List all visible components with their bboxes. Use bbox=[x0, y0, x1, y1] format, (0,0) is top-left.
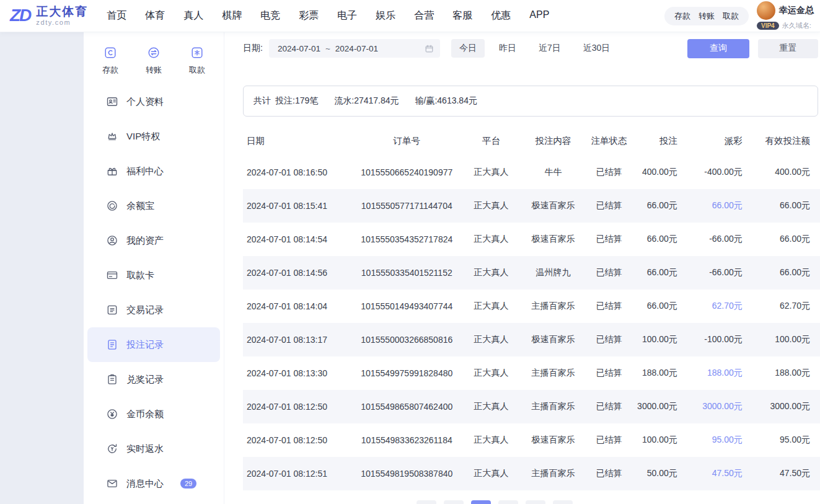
table-row[interactable]: 2024-07-01 08:14:541015550354352717824正大… bbox=[243, 223, 820, 256]
range-button[interactable]: 昨日 bbox=[491, 39, 524, 58]
sidebar-item[interactable]: 兑奖记录 bbox=[87, 362, 220, 397]
sidebar-item[interactable]: 余额宝 bbox=[87, 188, 220, 223]
sidebar-item-label: 个人资料 bbox=[126, 96, 164, 108]
table-row[interactable]: 2024-07-01 08:14:041015550149493407744正大… bbox=[243, 290, 820, 323]
cell-valid: 47.50元 bbox=[755, 457, 820, 490]
page-button[interactable]: › bbox=[553, 500, 573, 504]
summary-total-label: 共计 bbox=[253, 95, 271, 105]
sidebar-item[interactable]: VIP特权 bbox=[87, 119, 220, 154]
cell-platform: 正大真人 bbox=[460, 290, 522, 323]
user-block[interactable]: 幸运金总 VIP4 永久域名: bbox=[757, 1, 814, 30]
cell-platform: 正大真人 bbox=[460, 189, 522, 223]
cell-bet: 400.00元 bbox=[634, 156, 690, 189]
sidebar-menu: 个人资料VIP特权福利中心余额宝我的资产取款卡交易记录投注记录兑奖记录金币余额实… bbox=[84, 84, 224, 501]
summary-bar: 共计投注:179笔流水:27417.84元输/赢:4613.84元 bbox=[243, 86, 818, 117]
message-icon bbox=[106, 477, 118, 490]
cell-platform: 正大真人 bbox=[460, 356, 522, 390]
table-row[interactable]: 2024-07-01 08:14:561015550335401521152正大… bbox=[243, 256, 820, 290]
cell-bet: 100.00元 bbox=[634, 423, 690, 457]
cell-content: 极速百家乐 bbox=[522, 323, 584, 356]
sidebar-item[interactable]: 投注记录 bbox=[87, 327, 220, 362]
cell-order: 1015550665240190977 bbox=[353, 156, 460, 189]
header-quick-link[interactable]: 取款 bbox=[723, 11, 739, 22]
table-row[interactable]: 2024-07-01 08:13:171015550003266850816正大… bbox=[243, 323, 820, 356]
bet-records-table: 日期订单号平台投注内容注单状态投注派彩有效投注额 2024-07-01 08:1… bbox=[243, 125, 820, 490]
query-button[interactable]: 查询 bbox=[687, 39, 749, 58]
header-quick-link[interactable]: 转账 bbox=[699, 11, 715, 22]
nav-item[interactable]: 真人 bbox=[183, 9, 203, 22]
cell-date: 2024-07-01 08:15:41 bbox=[243, 189, 353, 223]
cell-order: 1015549865807462400 bbox=[353, 390, 460, 423]
cell-status: 已结算 bbox=[584, 457, 634, 490]
cell-platform: 正大真人 bbox=[460, 156, 522, 189]
cell-status: 已结算 bbox=[584, 323, 634, 356]
quick-action[interactable]: 取款 bbox=[189, 46, 205, 76]
unread-badge: 29 bbox=[180, 479, 196, 489]
cell-date: 2024-07-01 08:14:54 bbox=[243, 223, 353, 256]
quick-action[interactable]: 存款 bbox=[102, 46, 118, 76]
cell-status: 已结算 bbox=[584, 256, 634, 290]
page-button[interactable]: 4 bbox=[526, 500, 545, 504]
cell-valid: 100.00元 bbox=[755, 323, 820, 356]
brand[interactable]: ZD 正大体育 zdty.com bbox=[10, 6, 88, 26]
sidebar-item[interactable]: 我的资产 bbox=[87, 223, 220, 258]
table-row[interactable]: 2024-07-01 08:12:511015549819508387840正大… bbox=[243, 457, 820, 490]
cell-platform: 正大真人 bbox=[460, 256, 522, 290]
quick-action[interactable]: 转账 bbox=[146, 46, 162, 76]
table-row[interactable]: 2024-07-01 08:15:411015550577171144704正大… bbox=[243, 189, 820, 223]
cell-status: 已结算 bbox=[584, 356, 634, 390]
avatar[interactable] bbox=[757, 1, 775, 20]
sidebar-item[interactable]: 消息中心29 bbox=[87, 466, 220, 501]
nav-item[interactable]: 优惠 bbox=[491, 9, 511, 22]
reset-button[interactable]: 重置 bbox=[758, 39, 818, 58]
cell-platform: 正大真人 bbox=[460, 457, 522, 490]
sidebar-item[interactable]: 金币余额 bbox=[87, 397, 220, 431]
nav-item[interactable]: 棋牌 bbox=[222, 9, 242, 22]
cell-payout: 3000.00元 bbox=[690, 390, 755, 423]
nav-item[interactable]: 娱乐 bbox=[376, 9, 395, 22]
cell-payout: -66.00元 bbox=[690, 223, 755, 256]
sidebar-item-label: 取款卡 bbox=[126, 270, 154, 281]
column-header: 投注内容 bbox=[522, 125, 584, 156]
nav-item[interactable]: APP bbox=[529, 9, 549, 22]
nav-item[interactable]: 首页 bbox=[107, 9, 126, 22]
sidebar-item[interactable]: 交易记录 bbox=[87, 293, 220, 327]
table-row[interactable]: 2024-07-01 08:16:501015550665240190977正大… bbox=[243, 156, 820, 189]
nav-item[interactable]: 客服 bbox=[452, 9, 472, 22]
nav-item[interactable]: 彩票 bbox=[299, 9, 319, 22]
cell-order: 1015549975991828480 bbox=[353, 356, 460, 390]
calendar-icon bbox=[425, 44, 434, 53]
table-row[interactable]: 2024-07-01 08:12:501015549833623261184正大… bbox=[243, 423, 820, 457]
sidebar-item[interactable]: 个人资料 bbox=[87, 84, 220, 119]
cell-payout: 47.50元 bbox=[690, 457, 755, 490]
pagination: ‹1234› bbox=[243, 500, 820, 504]
table-row[interactable]: 2024-07-01 08:13:301015549975991828480正大… bbox=[243, 356, 820, 390]
nav-item[interactable]: 体育 bbox=[145, 9, 165, 22]
cell-content: 主播百家乐 bbox=[522, 390, 584, 423]
cell-date: 2024-07-01 08:12:50 bbox=[243, 423, 353, 457]
sidebar-item-label: 消息中心 bbox=[126, 478, 164, 490]
range-button[interactable]: 今日 bbox=[451, 39, 485, 58]
cell-valid: 400.00元 bbox=[755, 156, 820, 189]
nav-item[interactable]: 合营 bbox=[414, 9, 434, 22]
range-button[interactable]: 近30日 bbox=[575, 39, 619, 58]
sidebar-item[interactable]: 实时返水 bbox=[87, 431, 220, 466]
nav-item[interactable]: 电竞 bbox=[260, 9, 280, 22]
page-button[interactable]: 3 bbox=[498, 500, 518, 504]
cell-valid: 66.00元 bbox=[755, 256, 820, 290]
page-button[interactable]: 2 bbox=[471, 500, 491, 504]
sidebar-item[interactable]: 取款卡 bbox=[87, 258, 220, 293]
page-button[interactable]: ‹ bbox=[417, 500, 436, 504]
page-button[interactable]: 1 bbox=[444, 500, 464, 504]
header-quick-link[interactable]: 存款 bbox=[674, 11, 690, 22]
sidebar-item[interactable]: 福利中心 bbox=[87, 154, 220, 188]
range-button[interactable]: 近7日 bbox=[531, 39, 569, 58]
nav-item[interactable]: 电子 bbox=[337, 9, 357, 22]
coin-icon bbox=[106, 200, 118, 212]
cell-bet: 50.00元 bbox=[634, 457, 690, 490]
summary-bets: 投注:179笔 bbox=[275, 95, 318, 105]
date-from-value: 2024-07-01 bbox=[278, 44, 320, 53]
cell-content: 牛牛 bbox=[522, 156, 584, 189]
date-range-input[interactable]: 2024-07-01 ~ 2024-07-01 bbox=[269, 39, 440, 58]
table-row[interactable]: 2024-07-01 08:12:501015549865807462400正大… bbox=[243, 390, 820, 423]
